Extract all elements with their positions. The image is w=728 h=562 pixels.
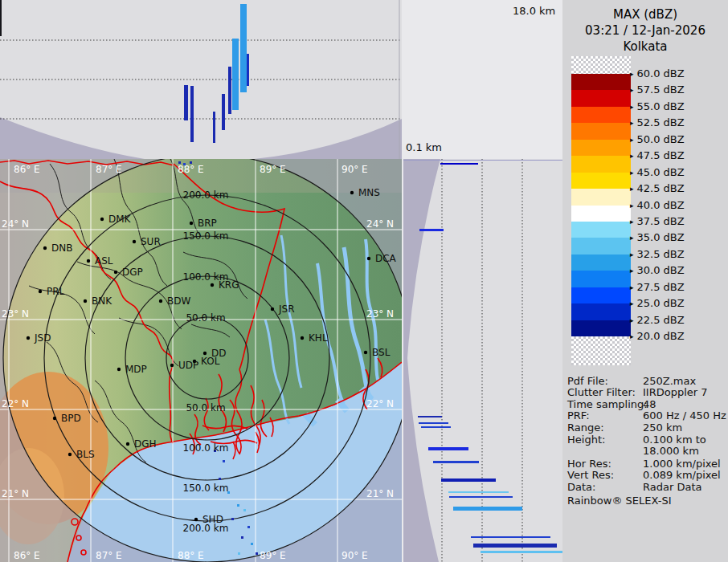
colorbar-band [571,255,631,271]
scale-label-text: 40.0 dBZ [637,199,685,211]
station-dot [271,307,274,311]
echo-pixel [219,478,221,480]
colorbar-band [571,271,631,287]
station-dot [190,222,193,225]
graticule-label: 22° N [2,398,29,409]
info-value: 600 Hz / 450 Hz [643,409,726,422]
scale-tick-arrow-icon: ▸ [630,185,634,193]
station-dot [114,271,117,274]
station-label: BPD [61,413,81,424]
scale-tick-arrow-icon: ▸ [630,218,634,226]
info-value: IIRDoppler 7 [643,386,708,398]
graticule-label: 89° E [260,550,286,561]
echo-bar [421,426,451,428]
echo-bar [433,461,479,463]
scale-label: ▸42.5 dBZ [630,182,685,194]
graticule-label: 88° E [178,164,204,175]
colorbar-overflow-checker [571,56,631,74]
station-label: DCA [375,253,397,264]
right-projection-svg [403,159,562,562]
info-value: 250 km [643,422,682,434]
station-dot [367,257,370,260]
colorbar-band [571,90,631,106]
station-dot [84,299,87,303]
echo-bar [232,39,239,110]
station-label: UDP [178,360,198,371]
graticule-label: 24° N [366,218,394,230]
info-value: Radar Data [643,481,701,493]
scale-label-text: 55.0 dBZ [637,100,685,112]
range-ring-label: 150.0 km [183,483,229,494]
graticule-label: 89° E [260,164,286,175]
echo-bar [419,422,448,424]
colorbar-band [571,206,631,222]
radar-site-name: Kolkata [562,39,728,55]
graticule-label: 88° E [178,550,204,561]
colorbar-band [571,173,631,189]
colorbar-band [571,123,631,139]
colorbar-band [571,140,631,156]
scale-label-text: 42.5 dBZ [637,182,685,194]
echo-bar [481,551,562,553]
range-ring-label: 100.0 km [183,442,229,454]
station-dot [53,417,56,420]
colorbar-band [571,238,631,254]
scale-label-text: 47.5 dBZ [637,149,685,161]
right-height-projection-panel [403,159,562,562]
colorbar-band [571,320,631,336]
scale-label: ▸52.5 dBZ [630,116,685,128]
echo-bar [419,229,444,231]
station-label: BRP [198,218,217,229]
scale-tick-arrow-icon: ▸ [630,234,634,242]
legend-panel: MAX (dBZ) 03:21 / 12-Jan-2026 Kolkata ▸6… [562,0,728,562]
scale-tick-arrow-icon: ▸ [630,332,634,340]
product-title: MAX (dBZ) 03:21 / 12-Jan-2026 Kolkata [562,6,728,55]
height-axis-max-label: 18.0 km [513,5,555,17]
scale-label: ▸30.0 dBZ [630,264,685,276]
info-label: Clutter Filter: [567,386,636,398]
scale-label: ▸22.5 dBZ [630,314,685,326]
graticule-label: 86° E [14,550,40,561]
station-label: KHL [309,332,328,344]
graticule-label: 87° E [96,550,122,561]
echo-bar [440,163,478,165]
scale-label: ▸32.5 dBZ [630,248,685,260]
scale-label-text: 20.0 dBZ [637,330,685,342]
station-dot [170,364,174,367]
station-dot [39,290,42,293]
station-dot [87,259,90,263]
dbz-colorbar [571,56,631,365]
info-label: Data: [567,481,595,493]
graticule-label: 21° N [2,488,29,499]
colorbar-band [571,303,631,320]
station-dot [194,518,198,521]
echo-bar [449,496,513,498]
station-label: BDW [167,295,190,307]
info-value: 48 [643,398,656,410]
scale-label: ▸55.0 dBZ [630,100,685,112]
scale-tick-arrow-icon: ▸ [630,316,634,324]
echo-pixel [231,518,234,520]
scale-label-text: 27.5 dBZ [637,281,685,293]
scale-label-text: 57.5 dBZ [637,83,685,96]
scale-tick-arrow-icon: ▸ [630,267,634,275]
radar-display-screen: 18.0 km 0.1 km [0,0,728,562]
colorbar-band [571,189,631,205]
scale-label: ▸40.0 dBZ [630,199,685,211]
echo-pixel [238,552,240,555]
station-dot [126,442,129,446]
station-label: DNB [51,242,72,254]
software-brand: Rainbow® SELEX-SI [567,495,672,507]
scale-label-text: 52.5 dBZ [637,116,685,128]
echo-bar [441,479,496,482]
scale-label-text: 32.5 dBZ [637,248,685,260]
scale-label: ▸50.0 dBZ [630,133,685,145]
station-dot [133,240,136,243]
top-height-projection-panel [0,0,402,159]
info-label: Pdf File: [567,375,608,387]
colorbar-band [571,74,631,90]
screen-edge-artifact [0,0,2,36]
scale-label: ▸20.0 dBZ [630,330,685,342]
scale-label-text: 37.5 dBZ [637,215,685,227]
info-label: Range: [567,422,604,434]
